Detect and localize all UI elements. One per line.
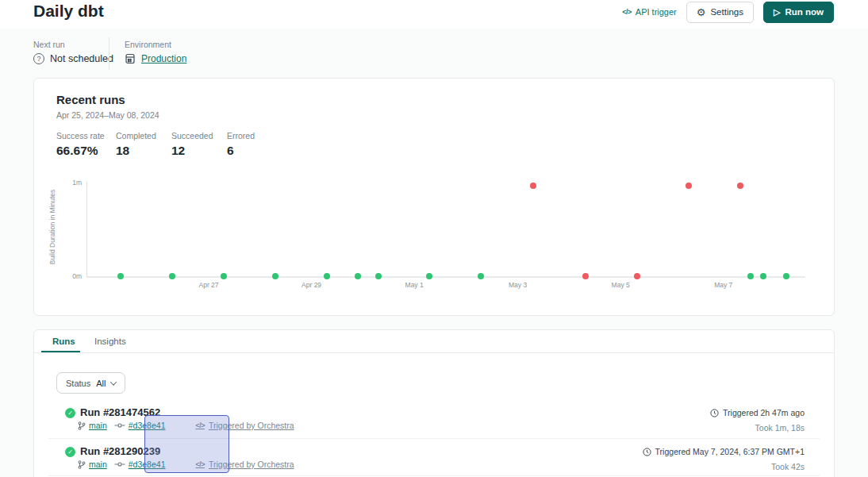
stat-succeeded: Succeeded 12 xyxy=(171,131,213,158)
chart-point-success[interactable] xyxy=(760,273,766,279)
run-id-link[interactable]: Run #281290239 xyxy=(80,445,160,457)
chart-point-error[interactable] xyxy=(582,273,589,279)
gear-icon: ⚙ xyxy=(697,7,706,17)
tabs-bottom-border xyxy=(34,352,834,353)
chart-point-error[interactable] xyxy=(530,183,536,189)
git-commit-icon xyxy=(114,422,125,429)
header-actions: </> API trigger ⚙ Settings ▷ Run now xyxy=(622,1,834,23)
api-trigger-label: API trigger xyxy=(636,7,677,17)
y-tick-0m: 0m xyxy=(66,272,82,280)
status-filter-value: All xyxy=(96,379,106,388)
chart-point-success[interactable] xyxy=(375,273,382,279)
chart-point-success[interactable] xyxy=(747,273,754,279)
run-id-link[interactable]: Run #281474562 xyxy=(80,406,160,418)
next-run-label: Next run xyxy=(33,40,65,49)
x-axis-tick-label: Apr 27 xyxy=(198,281,218,289)
chevron-down-icon xyxy=(110,379,117,385)
chart-point-success[interactable] xyxy=(221,273,227,279)
run-now-button[interactable]: ▷ Run now xyxy=(763,2,834,23)
stat-errored: Errored 6 xyxy=(227,131,255,158)
code-icon: </> xyxy=(195,460,205,468)
row-divider xyxy=(48,475,820,476)
chart-point-success[interactable] xyxy=(117,273,124,279)
branch-link[interactable]: main xyxy=(78,421,107,430)
chart-point-error[interactable] xyxy=(634,273,640,279)
chart-point-success[interactable] xyxy=(478,273,484,279)
run-duration: Took 42s xyxy=(771,462,805,471)
chart-point-success[interactable] xyxy=(169,273,175,279)
x-axis-tick-label: May 7 xyxy=(714,281,732,289)
trigger-source-link[interactable]: </> Triggered by Orchestra xyxy=(195,460,294,469)
run-triggered-time: Triggered 2h 47m ago xyxy=(710,408,805,417)
row-divider xyxy=(48,438,820,439)
clock-icon xyxy=(643,448,651,456)
code-icon: </> xyxy=(195,421,205,429)
run-duration: Took 1m, 18s xyxy=(755,423,805,433)
chart-point-success[interactable] xyxy=(783,273,789,279)
commit-link[interactable]: #d3e8e41 xyxy=(114,460,166,469)
environment-link[interactable]: Production xyxy=(141,53,186,64)
chart-point-error[interactable] xyxy=(686,183,692,189)
code-icon: </> xyxy=(622,8,632,16)
success-check-icon: ✓ xyxy=(65,408,75,418)
chart-point-success[interactable] xyxy=(272,273,278,279)
api-trigger-link[interactable]: </> API trigger xyxy=(622,7,676,17)
success-check-icon: ✓ xyxy=(65,447,75,457)
chart-point-success[interactable] xyxy=(324,273,330,279)
x-axis-ticks: Apr 27Apr 29May 1May 3May 5May 7 xyxy=(86,281,805,290)
next-run-value: ? Not scheduled xyxy=(33,53,113,64)
run-meta: main #d3e8e41 </> Triggered by Orchestra xyxy=(78,421,294,430)
status-filter-dropdown[interactable]: Status All xyxy=(56,372,125,394)
run-now-label: Run now xyxy=(785,7,824,17)
settings-label: Settings xyxy=(710,7,743,17)
meta-divider xyxy=(109,37,109,70)
build-duration-scatter-plot xyxy=(86,182,805,278)
x-axis-tick-label: May 1 xyxy=(405,281,424,289)
git-branch-icon xyxy=(78,460,86,469)
stat-completed: Completed 18 xyxy=(116,131,156,158)
page-title: Daily dbt xyxy=(33,2,104,21)
tab-runs[interactable]: Runs xyxy=(52,337,75,346)
y-tick-1m: 1m xyxy=(66,179,82,187)
environment-label: Environment xyxy=(125,40,171,49)
git-commit-icon xyxy=(114,461,125,467)
tab-insights[interactable]: Insights xyxy=(94,337,126,346)
branch-link[interactable]: main xyxy=(78,460,107,469)
chart-point-success[interactable] xyxy=(355,273,361,279)
run-meta: main #d3e8e41 </> Triggered by Orchestra xyxy=(78,460,294,469)
question-circle-icon: ? xyxy=(33,53,44,64)
runs-card: Runs Insights Status All ✓ Run #28147456… xyxy=(33,329,835,477)
next-run-text: Not scheduled xyxy=(50,53,113,64)
y-axis-label: Build Duration in Minutes xyxy=(48,179,56,275)
chart-point-success[interactable] xyxy=(426,273,432,279)
x-axis-tick-label: May 5 xyxy=(612,281,630,289)
environment-value: Production xyxy=(125,53,186,64)
database-icon xyxy=(125,53,136,64)
run-triggered-time: Triggered May 7, 2024, 6:37 PM GMT+1 xyxy=(643,447,805,456)
commit-link[interactable]: #d3e8e41 xyxy=(114,421,166,430)
trigger-source-link[interactable]: </> Triggered by Orchestra xyxy=(195,421,294,430)
recent-runs-card: Recent runs Apr 25, 2024–May 08, 2024 Su… xyxy=(33,78,835,316)
play-icon: ▷ xyxy=(774,8,780,17)
chart-point-error[interactable] xyxy=(737,183,743,189)
git-branch-icon xyxy=(78,421,86,430)
x-axis-tick-label: Apr 29 xyxy=(301,281,321,289)
recent-runs-title: Recent runs xyxy=(56,93,125,106)
clock-icon xyxy=(710,409,719,417)
stat-success-rate: Success rate 66.67% xyxy=(56,131,105,158)
recent-runs-date-range: Apr 25, 2024–May 08, 2024 xyxy=(56,110,159,120)
status-filter-label: Status xyxy=(66,379,90,388)
x-axis-tick-label: May 3 xyxy=(509,281,527,289)
settings-button[interactable]: ⚙ Settings xyxy=(686,2,754,23)
